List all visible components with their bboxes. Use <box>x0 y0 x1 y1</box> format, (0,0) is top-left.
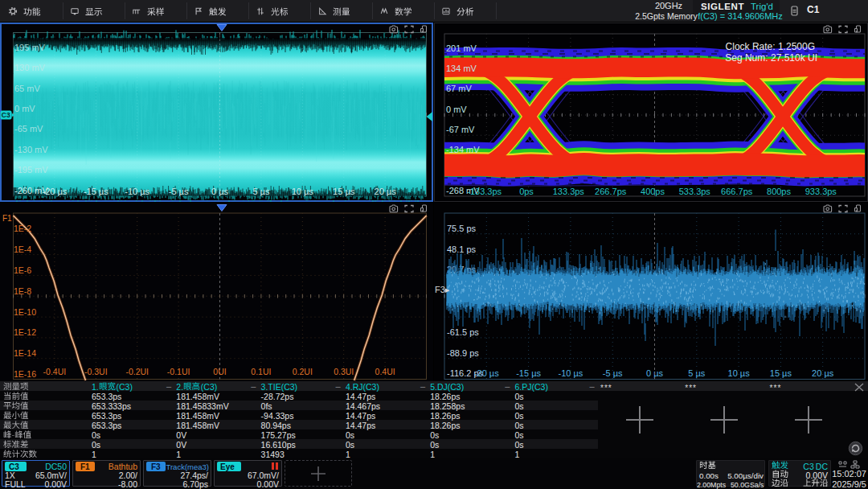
svg-text:C3: C3 <box>2 111 10 119</box>
